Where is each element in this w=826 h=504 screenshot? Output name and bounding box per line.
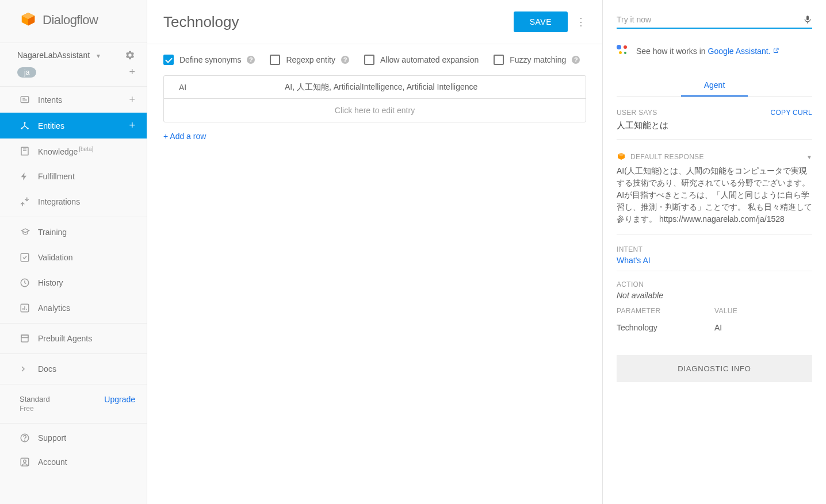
fulfillment-icon xyxy=(20,171,33,182)
intent-label: INTENT xyxy=(617,245,812,253)
svg-point-23 xyxy=(24,460,26,463)
nav-analytics-label: Analytics xyxy=(38,303,135,313)
google-assistant-row: See how it works in Google Assistant. xyxy=(617,45,812,57)
language-pill[interactable]: ja xyxy=(17,67,36,78)
main-header: Technology SAVE ⋮ xyxy=(147,0,602,44)
checkbox-icon xyxy=(364,55,374,65)
plan-name: Standard xyxy=(20,395,50,403)
edit-entry-placeholder: Click here to edit entry xyxy=(164,100,586,121)
nav-prebuilt-label: Prebuilt Agents xyxy=(38,334,135,343)
chevron-down-icon: ▼ xyxy=(95,53,101,59)
more-menu-icon[interactable]: ⋮ xyxy=(576,20,586,24)
nav-history-label: History xyxy=(38,278,135,287)
nav-knowledge-label: Knowledge[beta] xyxy=(38,146,135,156)
google-assistant-link[interactable]: Google Assistant. xyxy=(708,47,771,56)
add-intent-button[interactable]: + xyxy=(129,94,135,106)
parameter-value: AI xyxy=(714,323,812,332)
try-tabs: Agent xyxy=(617,75,812,97)
response-header: DEFAULT RESPONSE ▼ xyxy=(617,152,812,161)
microphone-icon[interactable] xyxy=(803,14,812,25)
help-icon xyxy=(20,433,33,443)
account-icon xyxy=(20,457,33,467)
plan-tier: Free xyxy=(20,405,50,413)
entity-key-cell[interactable]: AI xyxy=(164,77,285,98)
logo[interactable]: Dialogflow xyxy=(0,0,147,43)
validation-icon xyxy=(20,252,33,263)
action-label: ACTION xyxy=(617,280,812,288)
user-says-text: 人工知能とは xyxy=(617,120,812,140)
nav-docs[interactable]: Docs xyxy=(0,356,147,382)
svg-rect-19 xyxy=(21,335,28,338)
save-button[interactable]: SAVE xyxy=(514,11,568,32)
prebuilt-icon xyxy=(20,333,33,344)
integrations-icon xyxy=(20,196,33,207)
try-it-panel: See how it works in Google Assistant. Ag… xyxy=(603,0,826,504)
define-synonyms-checkbox[interactable]: Define synonyms ? xyxy=(163,55,255,65)
fuzzy-matching-checkbox[interactable]: Fuzzy matching ? xyxy=(494,55,580,65)
help-icon[interactable]: ? xyxy=(572,56,580,64)
entity-row[interactable]: AI AI, 人工知能, ArtificialIntelligence, Art… xyxy=(164,76,586,99)
tab-agent[interactable]: Agent xyxy=(681,75,748,97)
page-title: Technology xyxy=(163,13,514,31)
history-icon xyxy=(20,277,33,288)
svg-rect-12 xyxy=(21,253,29,261)
try-input-row xyxy=(617,14,812,29)
plan-block: Standard Free Upgrade xyxy=(0,387,147,421)
gear-icon[interactable] xyxy=(125,50,135,60)
nav-entities[interactable]: Entities + xyxy=(0,113,147,138)
nav-prebuilt-agents[interactable]: Prebuilt Agents xyxy=(0,326,147,351)
help-icon[interactable]: ? xyxy=(341,56,349,64)
action-value: Not available xyxy=(617,291,812,300)
main-content: Technology SAVE ⋮ Define synonyms ? Rege… xyxy=(147,0,603,504)
knowledge-icon xyxy=(20,145,33,157)
user-says-label: USER SAYS xyxy=(617,109,657,117)
nav-training[interactable]: Training xyxy=(0,220,147,245)
nav-integrations-label: Integrations xyxy=(38,197,135,206)
agent-name[interactable]: NagareLabAssistant ▼ xyxy=(17,51,101,60)
svg-point-21 xyxy=(25,440,25,440)
add-entity-button[interactable]: + xyxy=(129,120,135,132)
chevron-down-icon[interactable]: ▼ xyxy=(806,154,812,160)
upgrade-link[interactable]: Upgrade xyxy=(104,395,135,404)
response-text: AI(人工知能)とは、人間の知能をコンピュータで実現する技術であり、研究されてい… xyxy=(617,165,812,235)
try-it-input[interactable] xyxy=(617,15,803,24)
value-label: VALUE xyxy=(714,307,812,315)
nav-support-label: Support xyxy=(38,433,66,443)
add-language-button[interactable]: + xyxy=(129,66,135,78)
help-icon[interactable]: ? xyxy=(247,56,255,64)
regexp-entity-checkbox[interactable]: Regexp entity ? xyxy=(270,55,349,65)
entity-synonyms-cell[interactable]: AI, 人工知能, ArtificialIntelligence, Artifi… xyxy=(285,76,586,98)
entity-options: Define synonyms ? Regexp entity ? Allow … xyxy=(147,44,602,75)
chevron-right-icon xyxy=(20,363,33,375)
auto-expansion-checkbox[interactable]: Allow automated expansion xyxy=(364,55,479,65)
checkbox-icon xyxy=(494,55,504,65)
nav-integrations[interactable]: Integrations xyxy=(0,189,147,214)
nav-account-label: Account xyxy=(38,457,67,467)
ga-text: See how it works in Google Assistant. xyxy=(636,47,779,56)
agent-selector: NagareLabAssistant ▼ ja + xyxy=(0,43,147,87)
diagnostic-info-button[interactable]: DIAGNOSTIC INFO xyxy=(617,355,812,382)
nav-analytics[interactable]: Analytics xyxy=(0,295,147,321)
parameter-value-header: PARAMETER VALUE xyxy=(617,307,812,317)
parameter-label: PARAMETER xyxy=(617,307,714,315)
checkbox-icon xyxy=(270,55,280,65)
copy-curl-button[interactable]: COPY CURL xyxy=(771,109,813,117)
external-link-icon xyxy=(773,48,779,56)
google-assistant-icon xyxy=(617,45,629,57)
svg-rect-18 xyxy=(21,335,28,342)
nav-training-label: Training xyxy=(38,228,135,237)
dialogflow-response-icon xyxy=(617,152,626,161)
nav-account[interactable]: Account xyxy=(0,450,147,474)
add-row-button[interactable]: + Add a row xyxy=(147,122,222,150)
intent-link[interactable]: What's AI xyxy=(617,256,812,265)
fuzzy-matching-label: Fuzzy matching xyxy=(510,55,566,64)
nav-support[interactable]: Support xyxy=(0,426,147,450)
nav-knowledge[interactable]: Knowledge[beta] xyxy=(0,138,147,164)
entity-new-row[interactable]: Click here to edit entry xyxy=(164,99,586,122)
nav-validation[interactable]: Validation xyxy=(0,245,147,270)
define-synonyms-label: Define synonyms xyxy=(179,55,241,64)
nav-intents[interactable]: Intents + xyxy=(0,87,147,113)
nav-fulfillment[interactable]: Fulfillment xyxy=(0,164,147,189)
dialogflow-logo-icon xyxy=(20,11,37,29)
nav-history[interactable]: History xyxy=(0,270,147,295)
